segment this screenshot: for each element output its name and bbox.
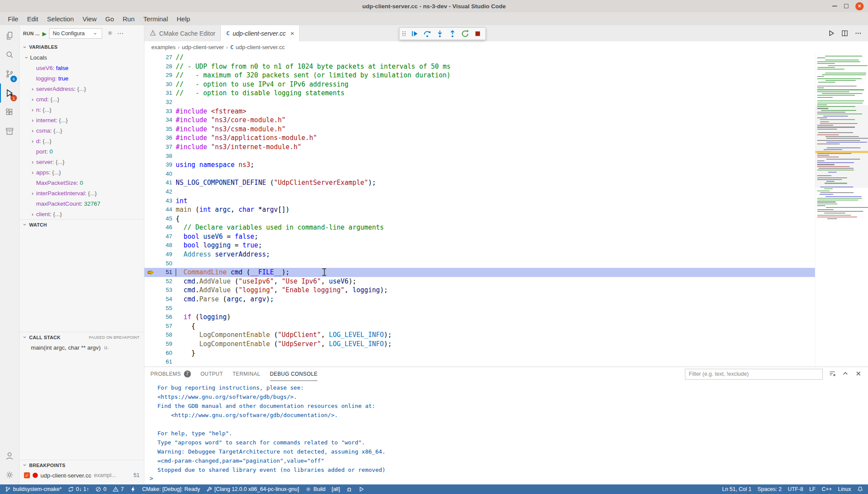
- variable-csma[interactable]: ›csma: {...}: [20, 125, 144, 136]
- code-line-41[interactable]: 41NS_LOG_COMPONENT_DEFINE ("UdpClientSer…: [144, 178, 815, 187]
- menu-go[interactable]: Go: [101, 14, 118, 24]
- code-line-36[interactable]: 36#include "ns3/applications-module.h": [144, 134, 815, 143]
- code-line-39[interactable]: 39using namespace ns3;: [144, 160, 815, 170]
- code-line-56[interactable]: 56 if (logging): [144, 313, 815, 322]
- activity-remote-targets[interactable]: [0, 122, 19, 141]
- console-filter-input[interactable]: [685, 369, 823, 380]
- code-line-59[interactable]: 59 LogComponentEnable ("UdpServer", LOG_…: [144, 340, 815, 349]
- status-bell[interactable]: [854, 484, 866, 494]
- code-line-61[interactable]: 61: [144, 357, 815, 367]
- menu-view[interactable]: View: [78, 14, 101, 24]
- breakpoint-row[interactable]: ✓ udp-client-server.cc exampl... 51: [20, 470, 144, 481]
- code-line-49[interactable]: 49 Address serverAddress;: [144, 250, 815, 259]
- code-line-34[interactable]: 34#include "ns3/core-module.h": [144, 116, 815, 125]
- variable-interpacketinterval[interactable]: ›interPacketInterval: {...}: [20, 188, 144, 198]
- code-line-38[interactable]: 38: [144, 152, 815, 161]
- code-line-46[interactable]: 46 // Declare variables used in command-…: [144, 223, 815, 232]
- code-line-60[interactable]: 60 }: [144, 349, 815, 358]
- status-ln-51-col-1[interactable]: Ln 51, Col 1: [719, 484, 754, 494]
- run-icon[interactable]: [828, 30, 835, 37]
- status-all[interactable]: [all]: [328, 484, 343, 494]
- variable-maxpacketcount[interactable]: ›maxPacketCount: 32767: [20, 198, 144, 209]
- activity-extensions[interactable]: [0, 103, 19, 122]
- variable-maxpacketsize[interactable]: ›MaxPacketSize: 0: [20, 177, 144, 188]
- menu-run[interactable]: Run: [118, 14, 139, 24]
- code-line-32[interactable]: 32: [144, 98, 815, 107]
- tab-udp-client-server-cc[interactable]: Cudp-client-server.cc×: [221, 25, 300, 41]
- panel-tab-debug-console[interactable]: DEBUG CONSOLE: [270, 367, 318, 381]
- code-line-54[interactable]: 54 cmd.Parse (argc, argv);: [144, 295, 815, 304]
- code-line-43[interactable]: 43int: [144, 197, 815, 206]
- variable-internet[interactable]: ›internet: {...}: [20, 115, 144, 125]
- close-panel-icon[interactable]: [855, 370, 862, 378]
- variable-port[interactable]: ›port: 0: [20, 146, 144, 157]
- clear-console-icon[interactable]: [829, 370, 836, 378]
- variable-apps[interactable]: ›apps: {...}: [20, 167, 144, 177]
- code-line-30[interactable]: 30// - option to use IPv4 or IPv6 addres…: [144, 80, 815, 89]
- variable-usev6[interactable]: ›useV6: false: [20, 63, 144, 73]
- activity-settings[interactable]: [0, 465, 19, 484]
- variable-n[interactable]: ›n: {...}: [20, 104, 144, 115]
- more-actions-icon[interactable]: ⋯: [117, 30, 124, 37]
- code-line-40[interactable]: 40: [144, 170, 815, 179]
- minimap[interactable]: [815, 53, 868, 367]
- variable-client[interactable]: ›client: {...}: [20, 209, 144, 219]
- breadcrumb-examples[interactable]: examples: [151, 44, 176, 50]
- code-line-57[interactable]: 57 {: [144, 322, 815, 331]
- menu-terminal[interactable]: Terminal: [139, 14, 173, 24]
- code-line-31[interactable]: 31// - option to disable logging stateme…: [144, 89, 815, 98]
- code-line-35[interactable]: 35#include "ns3/csma-module.h": [144, 125, 815, 134]
- maximize-icon[interactable]: [844, 4, 848, 8]
- status-linux[interactable]: Linux: [835, 484, 854, 494]
- code-line-55[interactable]: 55: [144, 304, 815, 313]
- menu-help[interactable]: Help: [172, 14, 194, 24]
- step-into-button[interactable]: [434, 29, 445, 39]
- status-lf[interactable]: LF: [806, 484, 819, 494]
- close-icon[interactable]: ×: [290, 30, 294, 37]
- step-out-button[interactable]: [447, 29, 458, 39]
- close-icon[interactable]: ×: [855, 2, 864, 10]
- breakpoints-section-header[interactable]: › BREAKPOINTS: [20, 460, 144, 470]
- code-line-45[interactable]: 45{: [144, 214, 815, 224]
- call-stack-section-header[interactable]: › CALL STACK PAUSED ON BREAKPOINT: [20, 332, 144, 342]
- status-clang-12-0-0-x86-64-pc-linux-gnu[interactable]: [Clang 12.0.0 x86_64-pc-linux-gnu]: [203, 484, 302, 494]
- breadcrumb-udp-client-server[interactable]: udp-client-server: [182, 44, 224, 50]
- debug-config-dropdown[interactable]: No Configura ›: [49, 28, 102, 39]
- variable-cmd[interactable]: ›cmd: {...}: [20, 94, 144, 104]
- variable-server[interactable]: ›server: {...}: [20, 157, 144, 167]
- variable-d[interactable]: ›d: {...}: [20, 136, 144, 146]
- code-editor[interactable]: 27//28// - UDP flow from n0 to n1 of 102…: [144, 53, 815, 367]
- code-line-51[interactable]: 51 CommandLine cmd (__FILE__);: [144, 268, 815, 277]
- more-actions-icon[interactable]: [855, 30, 862, 37]
- menu-file[interactable]: File: [3, 14, 23, 24]
- code-line-52[interactable]: 52 cmd.AddValue ("useIpv6", "Use Ipv6", …: [144, 277, 815, 286]
- status-cmake-debug-ready[interactable]: CMake: [Debug]: Ready: [139, 484, 203, 494]
- code-line-47[interactable]: 47 bool useV6 = false;: [144, 232, 815, 241]
- menu-selection[interactable]: Selection: [43, 14, 78, 24]
- panel-tab-problems[interactable]: PROBLEMS7: [150, 367, 191, 381]
- status-c[interactable]: C++: [818, 484, 835, 494]
- continue-button[interactable]: [409, 29, 420, 39]
- status-0-1[interactable]: 0↓ 1↑: [65, 484, 92, 494]
- status-bug[interactable]: [343, 484, 355, 494]
- code-line-50[interactable]: 50: [144, 259, 815, 268]
- status-zap[interactable]: [127, 484, 139, 494]
- step-over-button[interactable]: [421, 29, 433, 39]
- breakpoint-checkbox[interactable]: ✓: [24, 472, 30, 478]
- code-line-48[interactable]: 48 bool logging = true;: [144, 241, 815, 250]
- code-line-27[interactable]: 27//: [144, 53, 815, 62]
- panel-tab-terminal[interactable]: TERMINAL: [233, 367, 260, 381]
- code-line-29[interactable]: 29// - maximum of 320 packets sent (or l…: [144, 71, 815, 80]
- code-line-58[interactable]: 58 LogComponentEnable ("UdpClient", LOG_…: [144, 330, 815, 340]
- variables-section-header[interactable]: › VARIABLES: [20, 42, 144, 52]
- watch-section-header[interactable]: › WATCH: [20, 219, 144, 230]
- status-utf-8[interactable]: UTF-8: [785, 484, 806, 494]
- minimap-slider[interactable]: [815, 105, 868, 188]
- drag-handle-icon[interactable]: [402, 31, 406, 37]
- status-play[interactable]: [355, 484, 367, 494]
- configure-gear-icon[interactable]: [107, 30, 114, 38]
- code-line-42[interactable]: 42: [144, 187, 815, 197]
- panel-tab-output[interactable]: OUTPUT: [200, 367, 223, 381]
- activity-source-control[interactable]: 6: [0, 64, 19, 83]
- status-spaces-2[interactable]: Spaces: 2: [754, 484, 785, 494]
